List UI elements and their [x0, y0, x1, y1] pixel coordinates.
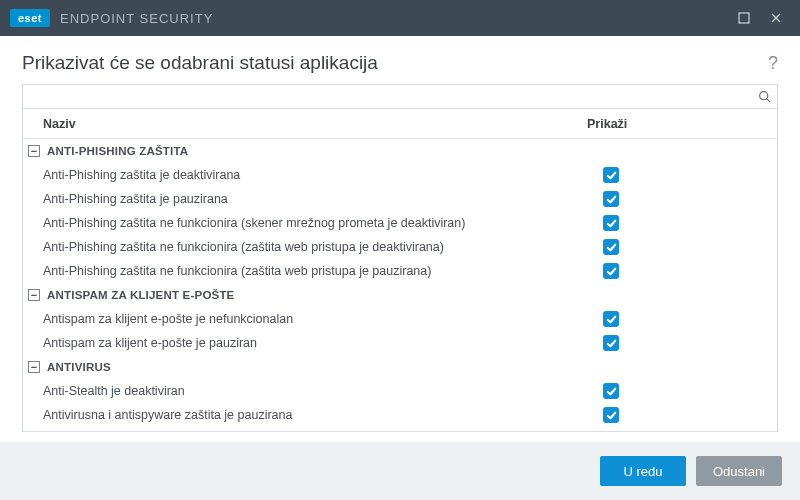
item-name: Antispam za klijent e-pošte je nefunkcio… — [23, 312, 601, 326]
content: Naziv Prikaži −ANTI-PHISHING ZAŠTITAAnti… — [0, 84, 800, 442]
column-header-show[interactable]: Prikaži — [587, 117, 763, 131]
page-header: Prikazivat će se odabrani statusi aplika… — [0, 36, 800, 84]
show-checkbox[interactable] — [603, 263, 619, 279]
column-header-name[interactable]: Naziv — [23, 117, 587, 131]
show-checkbox[interactable] — [603, 335, 619, 351]
minimize-icon — [738, 12, 750, 24]
status-table: Naziv Prikaži −ANTI-PHISHING ZAŠTITAAnti… — [22, 108, 778, 432]
group-header[interactable]: −ANTISPAM ZA KLIJENT E-POŠTE — [23, 283, 777, 307]
ok-button[interactable]: U redu — [600, 456, 686, 486]
group-header[interactable]: −ANTI-PHISHING ZAŠTITA — [23, 139, 777, 163]
help-button[interactable]: ? — [768, 53, 778, 74]
collapse-toggle-icon[interactable]: − — [28, 289, 40, 301]
show-checkbox[interactable] — [603, 215, 619, 231]
table-row[interactable]: Anti-Phishing zaštita ne funkcionira (za… — [23, 235, 777, 259]
show-checkbox[interactable] — [603, 191, 619, 207]
search-row — [22, 84, 778, 108]
page-title: Prikazivat će se odabrani statusi aplika… — [22, 52, 378, 74]
group-label: ANTI-PHISHING ZAŠTITA — [47, 145, 188, 157]
table-row[interactable]: Anti-Phishing zaštita ne funkcionira (sk… — [23, 211, 777, 235]
window-minimize-button[interactable] — [728, 4, 760, 32]
show-checkbox[interactable] — [603, 239, 619, 255]
table-row[interactable]: Antivirusna i antispyware zaštita je pau… — [23, 403, 777, 427]
brand-badge: eset — [10, 9, 50, 27]
group-label: ANTISPAM ZA KLIJENT E-POŠTE — [47, 289, 235, 301]
item-name: Anti-Phishing zaštita je pauzirana — [23, 192, 601, 206]
table-row[interactable]: Anti-Phishing zaštita je deaktivirana — [23, 163, 777, 187]
svg-rect-0 — [739, 13, 749, 23]
table-row[interactable]: Anti-Phishing zaštita je pauzirana — [23, 187, 777, 211]
show-checkbox[interactable] — [603, 167, 619, 183]
show-checkbox[interactable] — [603, 383, 619, 399]
titlebar: eset ENDPOINT SECURITY — [0, 0, 800, 36]
search-input[interactable] — [23, 85, 751, 108]
svg-line-4 — [766, 99, 769, 102]
brand-text: ENDPOINT SECURITY — [60, 11, 213, 26]
svg-point-3 — [759, 92, 767, 100]
footer: U redu Odustani — [0, 442, 800, 500]
cancel-button[interactable]: Odustani — [696, 456, 782, 486]
table-body[interactable]: −ANTI-PHISHING ZAŠTITAAnti-Phishing zašt… — [23, 139, 777, 431]
collapse-toggle-icon[interactable]: − — [28, 361, 40, 373]
item-name: Anti-Phishing zaštita ne funkcionira (sk… — [23, 216, 601, 230]
group-header[interactable]: −ANTIVIRUS — [23, 355, 777, 379]
show-checkbox[interactable] — [603, 311, 619, 327]
window-close-button[interactable] — [760, 4, 792, 32]
close-icon — [770, 12, 782, 24]
group-label: ANTIVIRUS — [47, 361, 111, 373]
item-name: Antispam za klijent e-pošte je pauziran — [23, 336, 601, 350]
item-name: Anti-Phishing zaštita ne funkcionira (za… — [23, 240, 601, 254]
table-row[interactable]: Antispam za klijent e-pošte je nefunkcio… — [23, 307, 777, 331]
item-name: Anti-Stealth je deaktiviran — [23, 384, 601, 398]
search-icon[interactable] — [751, 90, 777, 103]
table-row[interactable]: Antispam za klijent e-pošte je pauziran — [23, 331, 777, 355]
show-checkbox[interactable] — [603, 407, 619, 423]
item-name: Anti-Phishing zaštita ne funkcionira (za… — [23, 264, 601, 278]
table-header: Naziv Prikaži — [23, 109, 777, 139]
item-name: Antivirusna i antispyware zaštita je pau… — [23, 408, 601, 422]
item-name: Anti-Phishing zaštita je deaktivirana — [23, 168, 601, 182]
table-row[interactable]: Anti-Stealth je deaktiviran — [23, 379, 777, 403]
table-row[interactable]: Anti-Phishing zaštita ne funkcionira (za… — [23, 259, 777, 283]
collapse-toggle-icon[interactable]: − — [28, 145, 40, 157]
